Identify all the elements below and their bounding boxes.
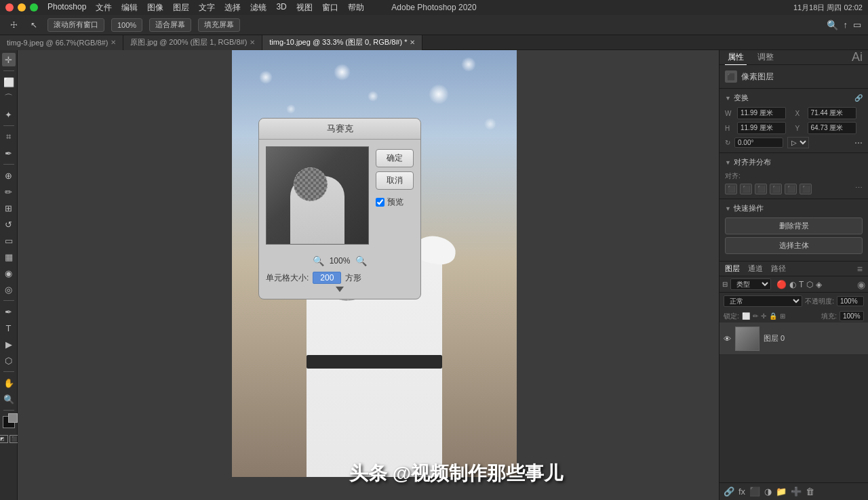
foreground-color[interactable] xyxy=(3,416,15,428)
search-icon[interactable]: 🔍 xyxy=(827,20,838,30)
move-tool[interactable]: ✛ xyxy=(2,53,16,66)
slider-handle[interactable] xyxy=(336,287,344,292)
link-icon[interactable]: 🔗 xyxy=(854,94,863,102)
paths-tab[interactable]: 路径 xyxy=(771,264,786,274)
zoom-level-btn[interactable]: 100% xyxy=(111,18,142,32)
menu-app[interactable]: Photoshop xyxy=(47,2,86,14)
layer-filter-select[interactable]: 类型 xyxy=(730,278,771,290)
layer-delete-icon[interactable]: 🗑 xyxy=(806,486,814,497)
zoom-in-icon[interactable]: 🔍 xyxy=(355,255,367,266)
properties-tab[interactable]: 属性 xyxy=(725,50,747,65)
filter-smart-icon[interactable]: ◈ xyxy=(816,280,822,289)
layer-item-0[interactable]: 👁 图层 0 xyxy=(719,322,868,355)
menu-3d[interactable]: 3D xyxy=(276,2,286,14)
brush-tool[interactable]: ✏ xyxy=(2,185,16,199)
fill-screen-btn[interactable]: 填充屏幕 xyxy=(198,18,240,32)
quick-mask-btn[interactable]: ◩ xyxy=(0,435,8,443)
path-select-tool[interactable]: ▶ xyxy=(2,337,16,351)
filter-toggle[interactable]: ◉ xyxy=(857,279,865,290)
size-value-input[interactable] xyxy=(313,272,341,284)
hand-tool[interactable]: ✋ xyxy=(2,376,16,390)
menu-filter[interactable]: 滤镜 xyxy=(250,2,267,14)
select-subject-btn[interactable]: 选择主体 xyxy=(725,237,863,254)
quick-ops-header[interactable]: ▼ 快速操作 xyxy=(725,203,863,213)
layer-link-icon[interactable]: 🔗 xyxy=(724,486,734,497)
shape-tool[interactable]: ⬡ xyxy=(2,354,16,367)
more-icon[interactable]: ⋯ xyxy=(854,138,863,148)
marquee-tool[interactable]: ⬜ xyxy=(2,75,16,89)
layer-add-icon[interactable]: ➕ xyxy=(791,486,802,497)
dodge-tool[interactable]: ◎ xyxy=(2,283,16,296)
fit-screen-btn[interactable]: 适合屏幕 xyxy=(149,18,191,32)
layer-adjustment-icon[interactable]: ◑ xyxy=(764,486,772,497)
lock-all-icon[interactable]: ⊞ xyxy=(780,312,785,320)
share-icon[interactable]: ↑ xyxy=(844,20,848,30)
zoom-tool[interactable]: 🔍 xyxy=(2,392,16,406)
align-header[interactable]: ▼ 对齐并分布 xyxy=(725,157,863,167)
mac-close-btn[interactable] xyxy=(5,3,14,12)
healing-tool[interactable]: ⊕ xyxy=(2,169,16,182)
align-bottom[interactable]: ⬛ xyxy=(800,184,812,194)
preview-checkbox-input[interactable] xyxy=(376,198,384,207)
text-tool[interactable]: T xyxy=(2,321,16,335)
layer-fx-icon[interactable]: fx xyxy=(738,486,745,497)
tab-2[interactable]: timg-10.jpeg @ 33.3% (图层 0, RGB/8#) * ✕ xyxy=(262,35,422,50)
adjustments-tab[interactable]: 调整 xyxy=(755,50,776,64)
mac-minimize-btn[interactable] xyxy=(18,3,26,12)
blur-tool[interactable]: ◉ xyxy=(2,266,16,280)
tab-1[interactable]: 原图.jpg @ 200% (图层 1, RGB/8#) ✕ xyxy=(123,35,262,50)
dialog-cancel-btn[interactable]: 取消 xyxy=(376,171,414,190)
filter-color-icon[interactable]: 🔴 xyxy=(776,280,787,289)
dialog-preview-checkbox[interactable]: 预览 xyxy=(376,196,414,208)
align-right[interactable]: ⬛ xyxy=(755,184,767,194)
menu-window[interactable]: 窗口 xyxy=(322,2,338,14)
layers-more-icon[interactable]: ≡ xyxy=(857,264,863,274)
dialog-confirm-btn[interactable]: 确定 xyxy=(376,149,414,167)
angle-select[interactable]: ▷ xyxy=(787,137,809,148)
menu-layer[interactable]: 图层 xyxy=(173,2,189,14)
gradient-tool[interactable]: ▦ xyxy=(2,250,16,264)
menu-help[interactable]: 帮助 xyxy=(348,2,364,14)
tab-2-close[interactable]: ✕ xyxy=(410,39,415,46)
lock-image-icon[interactable]: ✏ xyxy=(753,312,758,320)
align-top[interactable]: ⬛ xyxy=(770,184,782,194)
remove-bg-btn[interactable]: 删除背景 xyxy=(725,217,863,234)
eyedropper-tool[interactable]: ✒ xyxy=(2,146,16,160)
lock-art-board-icon[interactable]: 🔒 xyxy=(769,312,777,320)
eraser-tool[interactable]: ▭ xyxy=(2,234,16,247)
tab-0-close[interactable]: ✕ xyxy=(111,39,116,46)
pen-tool[interactable]: ✒ xyxy=(2,305,16,318)
scroll-all-windows-btn[interactable]: 滚动所有窗口 xyxy=(47,18,104,32)
tab-0[interactable]: timg-9.jpeg @ 66.7%(RGB/8#) ✕ xyxy=(0,35,123,50)
history-brush-tool[interactable]: ↺ xyxy=(2,217,16,231)
transform-header[interactable]: ▼ 变换 🔗 xyxy=(725,93,863,103)
clone-tool[interactable]: ⊞ xyxy=(2,201,16,215)
magic-wand-tool[interactable]: ✦ xyxy=(2,108,16,121)
background-color[interactable] xyxy=(8,413,18,423)
menu-text[interactable]: 文字 xyxy=(199,2,215,14)
align-more-icon[interactable]: ⋯ xyxy=(855,184,863,194)
menu-view[interactable]: 视图 xyxy=(296,2,313,14)
layer-folder-icon[interactable]: 📁 xyxy=(776,486,787,497)
lasso-tool[interactable]: ⌒ xyxy=(2,91,16,105)
cursor-icon[interactable]: ↖ xyxy=(27,18,41,32)
crop-tool[interactable]: ⌗ xyxy=(2,130,16,144)
layer-mode-select[interactable]: 正常 xyxy=(724,295,802,307)
filter-shape-icon[interactable]: ⬡ xyxy=(806,280,813,289)
lock-position-icon[interactable]: ✛ xyxy=(761,312,766,320)
layer-0-eye[interactable]: 👁 xyxy=(724,335,731,343)
move-tool-icon[interactable]: ☩ xyxy=(7,18,20,32)
mac-maximize-btn[interactable] xyxy=(30,3,38,12)
filter-adjust-icon[interactable]: ◐ xyxy=(789,280,796,289)
menu-edit[interactable]: 编辑 xyxy=(121,2,138,14)
align-center-v[interactable]: ⬛ xyxy=(785,184,797,194)
layer-mask-icon[interactable]: ⬛ xyxy=(749,486,760,497)
settings-icon[interactable]: ▭ xyxy=(853,20,861,30)
align-center-h[interactable]: ⬛ xyxy=(740,184,752,194)
menu-select[interactable]: 选择 xyxy=(224,2,241,14)
menu-file[interactable]: 文件 xyxy=(96,2,112,14)
align-left[interactable]: ⬛ xyxy=(725,184,737,194)
lock-transparent-icon[interactable]: ⬜ xyxy=(742,312,750,320)
tab-1-close[interactable]: ✕ xyxy=(250,39,255,46)
filter-text-icon[interactable]: T xyxy=(799,280,804,289)
